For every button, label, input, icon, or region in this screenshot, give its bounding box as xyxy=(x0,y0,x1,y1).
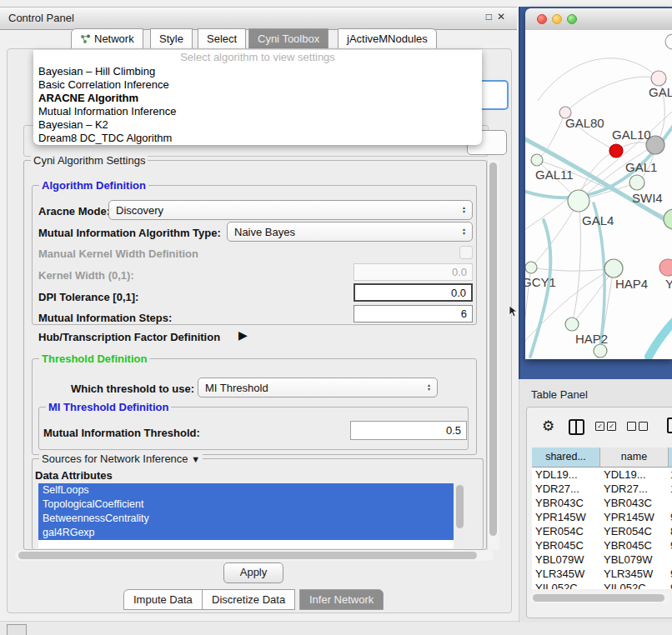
manual-kernel-width-checkbox[interactable] xyxy=(459,246,473,259)
tab-network[interactable]: Network xyxy=(71,28,143,49)
algorithm-option[interactable]: Dream8 DC_TDC Algorithm xyxy=(33,132,482,145)
table-cell[interactable]: YDR27... xyxy=(535,482,579,495)
table-cell[interactable]: YER054C xyxy=(535,525,584,538)
mi-threshold-field[interactable]: 0.5 xyxy=(350,421,467,440)
table-cell[interactable]: YIL052C xyxy=(604,582,646,589)
table-cell[interactable]: YPR145W xyxy=(535,511,586,523)
mi-threshold-definition-title: MI Threshold Definition xyxy=(46,401,171,413)
data-attributes-label: Data Attributes xyxy=(35,469,113,482)
aracne-mode-combo[interactable]: Discovery ▴▾ xyxy=(108,200,473,220)
tab-jactivemnodules[interactable]: jActiveMNodules xyxy=(338,28,437,49)
table-cell[interactable]: YBL079W xyxy=(604,553,653,566)
table-horizontal-scrollbar[interactable] xyxy=(530,592,670,603)
network-graph-icon xyxy=(80,30,91,39)
table-cell[interactable]: YBR045C xyxy=(535,539,584,552)
algorithm-option-selected[interactable]: ARACNE Algorithm xyxy=(33,92,482,105)
tab-impute-data-label: Impute Data xyxy=(133,593,193,606)
table-settings-gear-icon[interactable]: ⚙ xyxy=(542,418,554,435)
unchecked-box-icon[interactable] xyxy=(627,422,636,431)
column-header-partial[interactable]: A xyxy=(669,448,672,468)
node-label-swi4[interactable]: SWI4 xyxy=(632,191,663,205)
table-cell[interactable]: YDL19... xyxy=(604,468,646,481)
table-cell[interactable]: YBR043C xyxy=(604,497,652,509)
algorithm-option[interactable]: Bayesian – Hill Climbing xyxy=(33,65,482,78)
threshold-definition-title: Threshold Definition xyxy=(39,352,149,365)
node-label-gal10[interactable]: GAL10 xyxy=(612,128,651,142)
algorithm-option[interactable]: Basic Correlation Inference xyxy=(33,78,482,92)
attribute-item[interactable]: gal4RGexp xyxy=(38,526,454,540)
aracne-mode-label: Aracne Mode: xyxy=(38,205,110,218)
cyni-algorithm-settings-title: Cyni Algorithm Settings xyxy=(31,154,148,167)
table-cell[interactable]: YDR27... xyxy=(604,482,648,495)
table-cell[interactable]: YLR345W xyxy=(535,568,584,580)
zoom-traffic-light-icon[interactable] xyxy=(567,14,577,24)
mi-steps-field[interactable]: 6 xyxy=(354,305,473,322)
table-cell[interactable]: YDL19... xyxy=(535,468,578,481)
attributes-scrollbar[interactable] xyxy=(454,483,464,548)
attribute-item[interactable]: TopologicalCoefficient xyxy=(38,498,454,512)
float-window-icon[interactable]: □ xyxy=(486,11,497,22)
tab-select[interactable]: Select xyxy=(198,28,246,49)
table-cell[interactable]: YBR043C xyxy=(535,497,584,509)
table-cell[interactable]: YLR345W xyxy=(604,568,653,580)
node-label-hap4[interactable]: HAP4 xyxy=(615,277,648,291)
tab-impute-data[interactable]: Impute Data xyxy=(123,589,203,610)
network-canvas[interactable]: GAL GAL80 GAL10 GAL1 GAL11 SWI4 GAL4 GCY… xyxy=(525,30,672,359)
partial-button[interactable] xyxy=(7,624,27,635)
table-cell[interactable]: YBL079W xyxy=(535,553,584,566)
tab-network-label: Network xyxy=(94,32,134,45)
mouse-cursor xyxy=(509,306,519,318)
table-cell[interactable]: YPR145W xyxy=(604,511,654,523)
attribute-item[interactable]: BetweennessCentrality xyxy=(38,512,454,526)
table-cell[interactable]: YER054C xyxy=(604,525,652,538)
table-cell[interactable]: YBR045C xyxy=(604,539,652,552)
checked-box-icon[interactable]: ✓ xyxy=(595,422,604,431)
collapse-down-icon[interactable]: ▼ xyxy=(191,454,200,464)
column-header-shared-name[interactable]: shared... xyxy=(532,448,600,468)
column-layout-icon[interactable] xyxy=(569,419,584,435)
settings-horizontal-scrollbar[interactable] xyxy=(15,550,494,561)
control-panel-titlebar: Control Panel □✕ xyxy=(0,7,517,30)
minimize-traffic-light-icon[interactable] xyxy=(552,14,562,24)
table-rows: YDL19... YDL19... 13 YDR27... YDR27... 1… xyxy=(532,468,672,589)
node-label-hap2[interactable]: HAP2 xyxy=(575,332,608,346)
settings-vertical-scrollbar[interactable] xyxy=(487,160,499,550)
tab-style[interactable]: Style xyxy=(150,28,193,49)
tab-infer-network-label: Infer Network xyxy=(309,593,374,606)
node-label-gal4[interactable]: GAL4 xyxy=(582,213,614,228)
column-header-name[interactable]: name xyxy=(600,448,669,468)
which-threshold-combo[interactable]: MI Threshold ▴▾ xyxy=(198,378,438,398)
table-cell[interactable]: YIL052C xyxy=(535,582,578,589)
close-panel-icon[interactable]: ✕ xyxy=(497,11,510,22)
network-window-titlebar xyxy=(525,8,672,31)
data-attributes-list: SelfLoops TopologicalCoefficient Between… xyxy=(38,483,454,548)
node-label-gal11[interactable]: GAL11 xyxy=(535,168,574,182)
attribute-item[interactable]: SelfLoops xyxy=(38,483,454,498)
checked-box-icon[interactable]: ✓ xyxy=(607,422,616,431)
node-label-y-partial[interactable]: Y xyxy=(665,277,672,291)
control-panel-tabbar: Network Style Select Cyni Toolbox jActiv… xyxy=(0,28,517,49)
algorithm-option[interactable]: Bayesian – K2 xyxy=(33,118,482,132)
node-label-gal-partial[interactable]: GAL xyxy=(649,85,672,99)
kernel-width-label: Kernel Width (0,1): xyxy=(38,269,134,282)
algorithm-option[interactable]: Mutual Information Inference xyxy=(33,105,482,118)
expand-right-icon[interactable]: ▶ xyxy=(238,328,248,342)
mi-algorithm-type-combo[interactable]: Naive Bayes ▴▾ xyxy=(227,222,473,242)
dpi-tolerance-field[interactable]: 0.0 xyxy=(354,283,473,302)
tab-infer-network[interactable]: Infer Network xyxy=(299,589,384,610)
kernel-width-field[interactable]: 0.0 xyxy=(354,263,473,281)
tab-select-label: Select xyxy=(207,32,237,45)
close-traffic-light-icon[interactable] xyxy=(537,14,547,24)
partial-page-icon[interactable] xyxy=(667,418,672,433)
unchecked-box-icon[interactable] xyxy=(639,422,648,431)
tab-discretize-data[interactable]: Discretize Data xyxy=(202,589,295,610)
node-label-gcy1[interactable]: GCY1 xyxy=(525,275,556,289)
apply-button[interactable]: Apply xyxy=(223,562,283,583)
mi-algorithm-type-label: Mutual Information Algorithm Type: xyxy=(38,227,221,239)
combo-spinner-icon: ▴▾ xyxy=(463,206,465,214)
node-label-gal1[interactable]: GAL1 xyxy=(625,160,657,174)
mi-threshold-label: Mutual Information Threshold: xyxy=(43,427,200,439)
node-label-gal80[interactable]: GAL80 xyxy=(565,116,604,130)
tab-cyni-toolbox-label: Cyni Toolbox xyxy=(258,32,319,45)
tab-cyni-toolbox[interactable]: Cyni Toolbox xyxy=(248,28,328,49)
